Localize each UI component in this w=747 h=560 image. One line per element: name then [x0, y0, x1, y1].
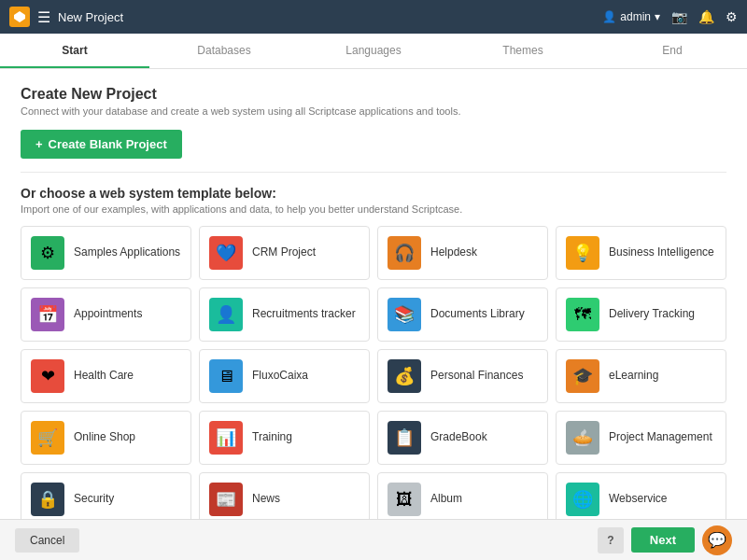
template-card-samples-applications[interactable]: ⚙Samples Applications: [21, 226, 191, 280]
bell-icon[interactable]: 🔔: [698, 9, 714, 24]
template-card-security[interactable]: 🔒Security: [21, 472, 191, 519]
user-menu[interactable]: 👤 admin ▾: [602, 10, 660, 23]
template-card-fluxo-caixa[interactable]: 🖥FluxoCaixa: [199, 349, 370, 403]
camera-icon[interactable]: 📷: [671, 9, 687, 24]
template-icon-webservice: 🌐: [566, 483, 599, 516]
template-label-delivery-tracking: Delivery Tracking: [609, 307, 695, 322]
template-icon-fluxo-caixa: 🖥: [209, 359, 243, 393]
section-divider: [21, 172, 726, 173]
wizard-tabs: Start Databases Languages Themes End: [0, 34, 747, 69]
template-icon-online-shop: 🛒: [31, 421, 64, 455]
template-label-online-shop: Online Shop: [74, 430, 135, 445]
template-label-business-intelligence: Business Intelligence: [609, 245, 714, 260]
template-label-helpdesk: Helpdesk: [430, 245, 477, 260]
hamburger-icon[interactable]: ☰: [37, 8, 50, 26]
template-icon-news: 📰: [209, 483, 243, 516]
template-icon-personal-finances: 💰: [388, 359, 421, 393]
create-btn-label: Create Blank Project: [49, 137, 167, 151]
tab-languages[interactable]: Languages: [299, 34, 448, 68]
template-card-training[interactable]: 📊Training: [199, 411, 370, 465]
template-card-health-care[interactable]: ❤Health Care: [21, 349, 191, 403]
footer: Cancel ? Next 💬: [0, 519, 747, 560]
chat-button[interactable]: 💬: [702, 525, 732, 555]
template-icon-recruitments-tracker: 👤: [209, 298, 243, 331]
template-card-personal-finances[interactable]: 💰Personal Finances: [377, 349, 548, 403]
template-card-helpdesk[interactable]: 🎧Helpdesk: [377, 226, 548, 280]
template-icon-health-care: ❤: [31, 359, 64, 393]
template-label-personal-finances: Personal Finances: [430, 369, 523, 384]
template-card-online-shop[interactable]: 🛒Online Shop: [21, 411, 191, 465]
template-label-elearning: eLearning: [609, 369, 658, 384]
template-section-title: Or choose a web system template below:: [21, 186, 726, 201]
template-card-news[interactable]: 📰News: [199, 472, 370, 519]
template-card-project-management[interactable]: 🥧Project Management: [556, 411, 726, 465]
template-label-webservice: Webservice: [609, 492, 667, 507]
template-section-description: Import one of our examples, with applica…: [21, 203, 726, 215]
create-section: Create New Project Connect with your dat…: [21, 86, 726, 159]
tab-databases[interactable]: Databases: [149, 34, 299, 68]
template-icon-training: 📊: [209, 421, 243, 455]
template-label-album: Album: [430, 492, 462, 507]
footer-left: Cancel: [15, 528, 79, 553]
template-card-business-intelligence[interactable]: 💡Business Intelligence: [556, 226, 726, 280]
chevron-down-icon: ▾: [655, 10, 660, 23]
tab-start[interactable]: Start: [0, 34, 149, 68]
settings-icon[interactable]: ⚙: [726, 9, 738, 24]
tab-end[interactable]: End: [598, 34, 747, 68]
template-card-recruitments-tracker[interactable]: 👤Recruitments tracker: [199, 287, 370, 342]
template-label-appointments: Appointments: [74, 307, 142, 322]
template-icon-crm-project: 💙: [209, 236, 243, 270]
template-label-health-care: Health Care: [74, 369, 134, 384]
create-blank-project-button[interactable]: + Create Blank Project: [21, 130, 182, 159]
template-icon-documents-library: 📚: [388, 298, 421, 331]
project-title: New Project: [58, 10, 123, 24]
create-description: Connect with your database and create a …: [21, 105, 726, 117]
template-card-album[interactable]: 🖼Album: [377, 472, 548, 519]
template-card-documents-library[interactable]: 📚Documents Library: [377, 287, 548, 342]
template-icon-gradebook: 📋: [388, 421, 421, 455]
template-icon-delivery-tracking: 🗺: [566, 298, 599, 331]
template-label-training: Training: [252, 430, 292, 445]
app-logo: [9, 7, 30, 27]
topbar: ☰ New Project 👤 admin ▾ 📷 🔔 ⚙: [0, 0, 747, 34]
template-icon-business-intelligence: 💡: [566, 236, 599, 270]
plus-icon: +: [35, 137, 43, 151]
footer-right: ? Next 💬: [598, 525, 732, 555]
main-content: Create New Project Connect with your dat…: [0, 69, 747, 519]
template-icon-samples-applications: ⚙: [31, 236, 64, 270]
topbar-right: 👤 admin ▾ 📷 🔔 ⚙: [602, 9, 738, 24]
template-icon-appointments: 📅: [31, 298, 64, 331]
template-label-crm-project: CRM Project: [252, 245, 316, 260]
template-label-news: News: [252, 492, 280, 507]
template-icon-helpdesk: 🎧: [388, 236, 421, 270]
template-icon-elearning: 🎓: [566, 359, 599, 393]
template-card-elearning[interactable]: 🎓eLearning: [556, 349, 726, 403]
template-label-project-management: Project Management: [609, 430, 712, 445]
template-icon-album: 🖼: [388, 483, 421, 516]
template-card-appointments[interactable]: 📅Appointments: [21, 287, 191, 342]
template-card-crm-project[interactable]: 💙CRM Project: [199, 226, 370, 280]
template-label-fluxo-caixa: FluxoCaixa: [252, 369, 308, 384]
user-icon: 👤: [602, 10, 616, 23]
help-button[interactable]: ?: [598, 527, 624, 553]
template-card-gradebook[interactable]: 📋GradeBook: [377, 411, 548, 465]
template-card-webservice[interactable]: 🌐Webservice: [556, 472, 726, 519]
svg-marker-0: [14, 11, 25, 22]
template-label-documents-library: Documents Library: [430, 307, 525, 322]
template-grid: ⚙Samples Applications💙CRM Project🎧Helpde…: [21, 226, 726, 519]
tab-themes[interactable]: Themes: [448, 34, 598, 68]
next-button[interactable]: Next: [631, 527, 695, 553]
cancel-button[interactable]: Cancel: [15, 528, 79, 553]
template-card-delivery-tracking[interactable]: 🗺Delivery Tracking: [556, 287, 726, 342]
template-label-security: Security: [74, 492, 114, 507]
username-label: admin: [620, 10, 651, 23]
create-title: Create New Project: [21, 86, 726, 103]
template-label-recruitments-tracker: Recruitments tracker: [252, 307, 356, 322]
topbar-left: ☰ New Project: [9, 7, 123, 27]
template-label-samples-applications: Samples Applications: [74, 245, 180, 260]
template-label-gradebook: GradeBook: [430, 430, 487, 445]
template-icon-project-management: 🥧: [566, 421, 599, 455]
template-icon-security: 🔒: [31, 483, 64, 516]
